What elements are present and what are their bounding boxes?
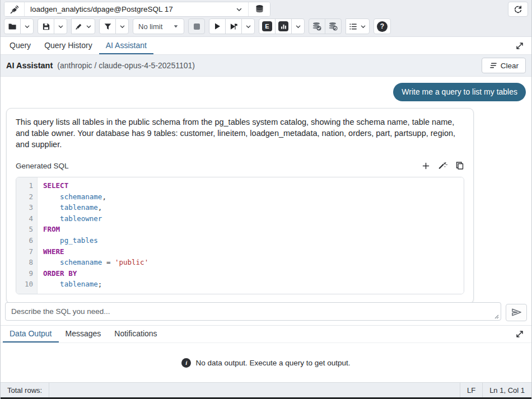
refresh-button[interactable] [508,2,528,17]
output-empty-state: i No data output. Execute a query to get… [1,343,531,382]
tab-data-output[interactable]: Data Output [3,326,59,342]
chevron-down-icon [295,24,301,30]
connection-bar: loadgen_analytics/dpage@PostgreSQL 17 [1,0,531,18]
stop-button[interactable] [188,18,205,34]
open-file-button[interactable] [4,18,21,34]
connection-name: loadgen_analytics/dpage@PostgreSQL 17 [30,5,173,13]
macros-menu-button[interactable] [346,18,370,34]
rollback-button[interactable] [325,18,342,34]
output-tabbar: Data Output Messages Notifications [1,325,531,343]
save-menu-button[interactable] [54,18,67,34]
plug-icon [10,4,20,15]
ai-assistant-title: AI Assistant [6,61,53,70]
explain-analyze-icon [278,21,288,31]
help-icon: ? [377,21,388,32]
commit-db-check-icon [312,21,322,31]
prompt-row [1,303,531,325]
play-cursor-icon [230,22,238,31]
copy-sql-button[interactable] [455,161,464,170]
user-message-bubble: Write me a query to list my tables [393,83,526,101]
query-toolbar: No limit E [1,18,531,37]
magic-wand-icon [438,161,447,171]
tab-query-history[interactable]: Query History [38,37,99,54]
filter-icon [104,22,112,31]
chevron-down-icon [236,6,242,13]
pencil-icon [74,22,83,31]
generated-sql-block: 12345678910 SELECT schemaname, tablename… [16,177,464,294]
expand-icon [516,330,524,338]
explain-button[interactable]: E [259,18,276,34]
tab-query[interactable]: Query [3,37,38,54]
status-divider [49,383,49,397]
tab-ai-assistant[interactable]: AI Assistant [99,37,153,54]
folder-icon [8,22,17,31]
main-tabbar: Query Query History AI Assistant [1,37,531,55]
tab-notifications[interactable]: Notifications [108,326,164,342]
query-tool-connection-button[interactable] [4,2,25,16]
execute-menu-button[interactable] [241,18,255,34]
help-button[interactable]: ? [374,18,391,34]
filter-button[interactable] [99,18,116,34]
query-tool-window: loadgen_analytics/dpage@PostgreSQL 17 [0,0,532,399]
explain-menu-button[interactable] [291,18,305,34]
info-icon: i [181,358,191,368]
play-icon [213,22,221,30]
filter-menu-button[interactable] [115,18,129,34]
rollback-db-undo-icon [328,21,338,31]
send-button[interactable] [506,304,527,321]
ai-assistant-model: (anthropic / claude-opus-4-5-20251101) [57,61,195,70]
eol-indicator[interactable]: LF [460,383,482,397]
prompt-input[interactable] [5,302,501,321]
chevron-down-icon [360,24,366,30]
insert-sql-button[interactable] [422,162,430,170]
save-button[interactable] [38,18,54,34]
assistant-response-text: This query lists all tables in the publi… [16,116,464,150]
refresh-icon [514,5,522,14]
chat-area: Write me a query to list my tables This … [1,77,531,303]
chevron-down-icon [173,24,179,29]
row-limit-value: No limit [138,22,162,31]
connection-group: loadgen_analytics/dpage@PostgreSQL 17 [4,2,270,17]
explain-icon: E [262,21,272,31]
new-connection-button[interactable] [249,2,270,16]
tab-messages[interactable]: Messages [59,326,108,342]
sql-gutter: 12345678910 [16,177,38,294]
row-limit-select[interactable]: No limit [133,18,184,34]
assistant-response-card: This query lists all tables in the publi… [6,108,474,303]
database-icon [255,4,264,14]
statusbar: Total rows: LF Ln 1, Col 1 [1,382,531,397]
sql-code: SELECT schemaname, tablename, tableowner… [38,177,464,294]
open-file-menu-button[interactable] [20,18,34,34]
chevron-down-icon [119,24,125,30]
ai-assistant-header: AI Assistant (anthropic / claude-opus-4-… [1,55,531,77]
output-expand-button[interactable] [510,326,529,342]
clear-button[interactable]: Clear [482,58,526,73]
save-icon [42,22,50,31]
cursor-position[interactable]: Ln 1, Col 1 [483,383,531,397]
execute-button[interactable] [209,18,226,34]
commit-button[interactable] [309,18,325,34]
generated-sql-label: Generated SQL [16,162,69,170]
explain-analyze-button[interactable] [275,18,292,34]
macro-list-icon [349,22,357,31]
chevron-down-icon [24,24,30,30]
expand-icon [516,42,524,50]
chevron-down-icon [58,24,64,30]
output-empty-message: No data output. Execute a query to get o… [195,359,350,367]
clear-label: Clear [501,62,519,70]
total-rows-label: Total rows: [1,383,49,397]
chevron-down-icon [245,24,251,30]
plus-icon [422,162,430,170]
stop-icon [193,23,200,30]
copy-icon [455,161,464,170]
clear-icon [489,62,497,69]
connection-select[interactable]: loadgen_analytics/dpage@PostgreSQL 17 [25,2,249,16]
send-icon [511,308,522,317]
edit-menu-button[interactable] [71,18,95,34]
execute-options-button[interactable] [225,18,242,34]
replace-sql-button[interactable] [438,161,447,171]
expand-panel-button[interactable] [510,37,529,54]
chevron-down-icon [86,24,92,30]
